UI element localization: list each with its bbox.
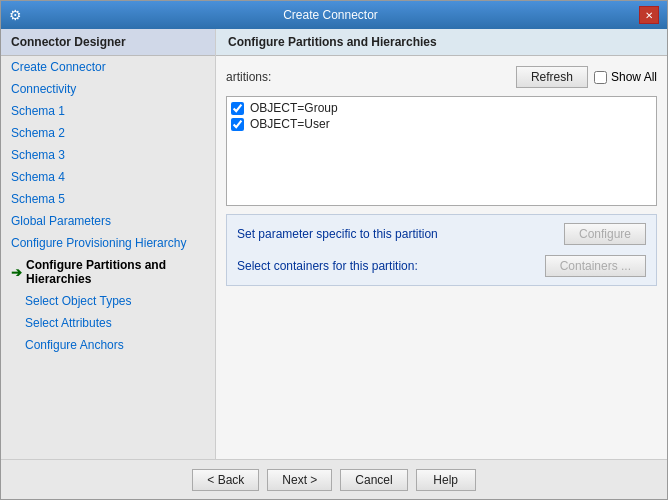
show-all-checkbox[interactable] (594, 71, 607, 84)
sidebar-label-create-connector: Create Connector (11, 60, 106, 74)
next-button[interactable]: Next > (267, 469, 332, 491)
close-button[interactable]: ✕ (639, 6, 659, 24)
label-user: OBJECT=User (250, 117, 330, 131)
sidebar-header: Connector Designer (1, 29, 215, 56)
sidebar-label-schema1: Schema 1 (11, 104, 65, 118)
sidebar-label-select-object-types: Select Object Types (25, 294, 132, 308)
checkbox-group[interactable] (231, 102, 244, 115)
show-all-label: Show All (611, 70, 657, 84)
set-parameter-row: Set parameter specific to this partition… (237, 223, 646, 245)
partitions-list[interactable]: OBJECT=Group OBJECT=User (226, 96, 657, 206)
sidebar-item-global-parameters[interactable]: Global Parameters (1, 210, 215, 232)
sidebar-item-configure-anchors[interactable]: Configure Anchors (1, 334, 215, 356)
help-button[interactable]: Help (416, 469, 476, 491)
sidebar-item-select-attributes[interactable]: Select Attributes (1, 312, 215, 334)
content-area: Configure Partitions and Hierarchies art… (216, 29, 667, 459)
sidebar-item-schema2[interactable]: Schema 2 (1, 122, 215, 144)
sidebar-item-schema1[interactable]: Schema 1 (1, 100, 215, 122)
main-area: Connector Designer Create Connector Conn… (1, 29, 667, 459)
containers-button[interactable]: Containers ... (545, 255, 646, 277)
content-header: Configure Partitions and Hierarchies (216, 29, 667, 56)
sidebar-label-schema5: Schema 5 (11, 192, 65, 206)
title-bar: ⚙ Create Connector ✕ (1, 1, 667, 29)
sidebar-item-connectivity[interactable]: Connectivity (1, 78, 215, 100)
sidebar-label-connectivity: Connectivity (11, 82, 76, 96)
sidebar-item-configure-partitions[interactable]: ➔ Configure Partitions and Hierarchies (1, 254, 215, 290)
sidebar: Connector Designer Create Connector Conn… (1, 29, 216, 459)
set-parameter-label: Set parameter specific to this partition (237, 227, 438, 241)
sidebar-item-select-object-types[interactable]: Select Object Types (1, 290, 215, 312)
content-body: artitions: Refresh Show All OBJECT=Group (216, 56, 667, 459)
sidebar-label-configure-anchors: Configure Anchors (25, 338, 124, 352)
title-bar-controls: ✕ (639, 6, 659, 24)
window-title: Create Connector (22, 8, 639, 22)
label-group: OBJECT=Group (250, 101, 338, 115)
cancel-button[interactable]: Cancel (340, 469, 407, 491)
partition-options-section: Set parameter specific to this partition… (226, 214, 657, 286)
sidebar-item-schema5[interactable]: Schema 5 (1, 188, 215, 210)
show-all-row: Show All (594, 70, 657, 84)
window-icon: ⚙ (9, 7, 22, 23)
sidebar-label-configure-provisioning: Configure Provisioning Hierarchy (11, 236, 186, 250)
sidebar-label-configure-partitions: Configure Partitions and Hierarchies (26, 258, 205, 286)
arrow-icon: ➔ (11, 265, 22, 280)
select-containers-row: Select containers for this partition: Co… (237, 255, 646, 277)
select-containers-label: Select containers for this partition: (237, 259, 418, 273)
sidebar-label-global-parameters: Global Parameters (11, 214, 111, 228)
checkbox-user[interactable] (231, 118, 244, 131)
main-window: ⚙ Create Connector ✕ Connector Designer … (0, 0, 668, 500)
sidebar-label-schema3: Schema 3 (11, 148, 65, 162)
sidebar-item-schema4[interactable]: Schema 4 (1, 166, 215, 188)
sidebar-item-schema3[interactable]: Schema 3 (1, 144, 215, 166)
configure-button[interactable]: Configure (564, 223, 646, 245)
footer: < Back Next > Cancel Help (1, 459, 667, 499)
list-item-user: OBJECT=User (231, 117, 652, 131)
partitions-label: artitions: (226, 70, 271, 84)
sidebar-label-schema2: Schema 2 (11, 126, 65, 140)
toolbar-row: artitions: Refresh Show All (226, 66, 657, 88)
sidebar-item-create-connector[interactable]: Create Connector (1, 56, 215, 78)
sidebar-label-schema4: Schema 4 (11, 170, 65, 184)
sidebar-item-configure-provisioning[interactable]: Configure Provisioning Hierarchy (1, 232, 215, 254)
back-button[interactable]: < Back (192, 469, 259, 491)
refresh-button[interactable]: Refresh (516, 66, 588, 88)
list-item-group: OBJECT=Group (231, 101, 652, 115)
sidebar-label-select-attributes: Select Attributes (25, 316, 112, 330)
